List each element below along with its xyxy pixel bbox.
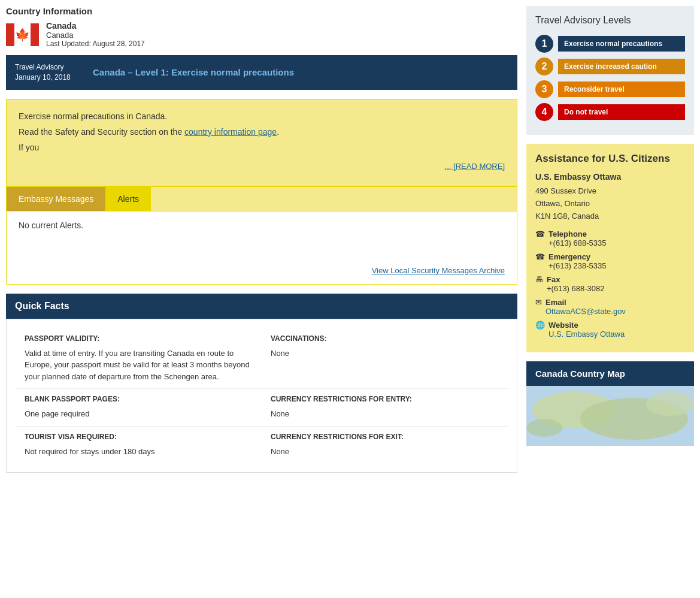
advisory-label-line1: Travel Advisory bbox=[15, 62, 75, 73]
map-title: Canada Country Map bbox=[526, 361, 694, 386]
currency-entry-section: CURRENCY RESTRICTIONS FOR ENTRY: None bbox=[262, 389, 508, 426]
fax-value: +(613) 688-3082 bbox=[547, 284, 605, 293]
advisory-label: Travel Advisory January 10, 2018 bbox=[6, 55, 84, 90]
archive-link[interactable]: View Local Security Messages Archive bbox=[372, 266, 505, 275]
emergency-label: Emergency bbox=[549, 252, 590, 261]
telephone-item: ☎ Telephone +(613) 688-5335 bbox=[535, 229, 685, 247]
fax-label: Fax bbox=[547, 275, 560, 284]
website-icon: 🌐 bbox=[535, 321, 545, 330]
tabs-container: Embassy Messages Alerts No current Alert… bbox=[6, 186, 517, 285]
advisory-text-2a: Read the Safety and Security section on … bbox=[19, 127, 182, 137]
assistance-title: Assistance for U.S. Citizens bbox=[535, 153, 685, 165]
vaccinations-value: None bbox=[271, 348, 499, 360]
advisory-text-2: Read the Safety and Security section on … bbox=[19, 127, 505, 137]
advisory-text-3: If you bbox=[19, 143, 505, 152]
telephone-label: Telephone bbox=[549, 229, 587, 238]
address-line2: Ottawa, Ontario bbox=[535, 198, 685, 210]
advisory-content: Exercise normal precautions in Canada. R… bbox=[6, 99, 517, 186]
email-link[interactable]: OttawaACS@state.gov bbox=[546, 307, 626, 316]
read-more-link[interactable]: ... [READ MORE] bbox=[445, 162, 505, 171]
emergency-item: ☎ Emergency +(613) 238-5335 bbox=[535, 252, 685, 270]
svg-point-4 bbox=[526, 419, 562, 437]
vaccinations-section: VACCINATIONS: None bbox=[262, 328, 508, 389]
country-header: 🍁 Canada Canada Last Updated: August 28,… bbox=[6, 21, 517, 48]
website-item: 🌐 Website U.S. Embassy Ottawa bbox=[535, 321, 685, 339]
travel-advisory-banner: Travel Advisory January 10, 2018 Canada … bbox=[6, 55, 517, 90]
passport-validity-value: Valid at time of entry. If you are trans… bbox=[25, 348, 253, 383]
country-info-title: Country Information bbox=[6, 6, 517, 16]
tabs-header: Embassy Messages Alerts bbox=[7, 187, 517, 212]
currency-entry-value: None bbox=[271, 408, 499, 420]
blank-pages-label: BLANK PASSPORT PAGES: bbox=[25, 395, 253, 403]
level-4-bar: Do not travel bbox=[558, 104, 685, 120]
country-name: Canada bbox=[46, 21, 145, 31]
email-label: Email bbox=[546, 298, 566, 307]
map-box: Canada Country Map bbox=[526, 361, 694, 446]
currency-entry-label: CURRENCY RESTRICTIONS FOR ENTRY: bbox=[271, 395, 499, 403]
tab-embassy-messages[interactable]: Embassy Messages bbox=[7, 187, 105, 211]
level-2-badge: 2 bbox=[535, 58, 553, 75]
country-subname: Canada bbox=[46, 31, 145, 40]
no-alerts-text: No current Alerts. bbox=[19, 221, 505, 230]
level-3-bar: Reconsider travel bbox=[558, 81, 685, 97]
level-1-item: 1 Exercise normal precautions bbox=[535, 35, 685, 53]
telephone-value: +(613) 688-5335 bbox=[549, 238, 607, 247]
level-2-bar: Exercise increased caution bbox=[558, 59, 685, 74]
fax-item: 🖷 Fax +(613) 688-3082 bbox=[535, 275, 685, 293]
tourist-visa-value: Not required for stays under 180 days bbox=[25, 446, 253, 458]
passport-validity-label: PASSPORT VALIDITY: bbox=[25, 334, 253, 343]
tourist-visa-section: TOURIST VISA REQUIRED: Not required for … bbox=[16, 427, 262, 464]
level-3-badge: 3 bbox=[535, 80, 553, 98]
embassy-address: 490 Sussex Drive Ottawa, Ontario K1N 1G8… bbox=[535, 185, 685, 222]
advisory-link[interactable]: Canada – Level 1: Exercise normal precau… bbox=[84, 60, 303, 84]
level-4-item: 4 Do not travel bbox=[535, 103, 685, 121]
level-2-item: 2 Exercise increased caution bbox=[535, 58, 685, 75]
svg-point-3 bbox=[646, 392, 694, 416]
embassy-name: U.S. Embassy Ottawa bbox=[535, 172, 685, 182]
emergency-icon: ☎ bbox=[535, 252, 545, 261]
vaccinations-label: VACCINATIONS: bbox=[271, 334, 499, 343]
blank-pages-section: BLANK PASSPORT PAGES: One page required bbox=[16, 389, 262, 426]
advisory-levels-box: Travel Advisory Levels 1 Exercise normal… bbox=[526, 6, 694, 135]
tab-content: No current Alerts. bbox=[7, 212, 517, 259]
quick-facts-section: Quick Facts PASSPORT VALIDITY: Valid at … bbox=[6, 294, 517, 473]
currency-exit-section: CURRENCY RESTRICTIONS FOR EXIT: None bbox=[262, 427, 508, 464]
advisory-levels-title: Travel Advisory Levels bbox=[535, 15, 685, 26]
fax-icon: 🖷 bbox=[535, 275, 543, 284]
level-3-item: 3 Reconsider travel bbox=[535, 80, 685, 98]
assistance-box: Assistance for U.S. Citizens U.S. Embass… bbox=[526, 144, 694, 352]
level-1-bar: Exercise normal precautions bbox=[558, 36, 685, 52]
website-label: Website bbox=[549, 321, 578, 330]
currency-exit-value: None bbox=[271, 446, 499, 458]
quick-facts-header: Quick Facts bbox=[6, 294, 517, 319]
advisory-label-line2: January 10, 2018 bbox=[15, 73, 75, 83]
last-updated: Last Updated: August 28, 2017 bbox=[46, 40, 145, 48]
map-image bbox=[526, 386, 694, 446]
advisory-text-1: Exercise normal precautions in Canada. bbox=[19, 111, 505, 121]
blank-pages-value: One page required bbox=[25, 408, 253, 420]
read-more: ... [READ MORE] bbox=[19, 158, 505, 174]
phone-icon: ☎ bbox=[535, 229, 545, 238]
sidebar: Travel Advisory Levels 1 Exercise normal… bbox=[526, 6, 694, 473]
website-link[interactable]: U.S. Embassy Ottawa bbox=[549, 330, 625, 339]
address-line1: 490 Sussex Drive bbox=[535, 185, 685, 198]
level-1-badge: 1 bbox=[535, 35, 553, 53]
archive-link-container: View Local Security Messages Archive bbox=[7, 259, 517, 284]
tab-alerts[interactable]: Alerts bbox=[105, 187, 151, 211]
currency-exit-label: CURRENCY RESTRICTIONS FOR EXIT: bbox=[271, 433, 499, 441]
email-item: ✉ Email OttawaACS@state.gov bbox=[535, 298, 685, 316]
email-icon: ✉ bbox=[535, 298, 542, 307]
address-line3: K1N 1G8, Canada bbox=[535, 210, 685, 223]
tourist-visa-label: TOURIST VISA REQUIRED: bbox=[25, 433, 253, 441]
quick-facts-content: PASSPORT VALIDITY: Valid at time of entr… bbox=[6, 319, 517, 473]
emergency-value: +(613) 238-5335 bbox=[549, 261, 607, 270]
level-4-badge: 4 bbox=[535, 103, 553, 121]
canada-flag: 🍁 bbox=[6, 23, 39, 46]
maple-leaf-icon: 🍁 bbox=[15, 29, 30, 41]
passport-validity-section: PASSPORT VALIDITY: Valid at time of entr… bbox=[16, 328, 262, 389]
country-info-page-link[interactable]: country information page bbox=[184, 127, 277, 137]
